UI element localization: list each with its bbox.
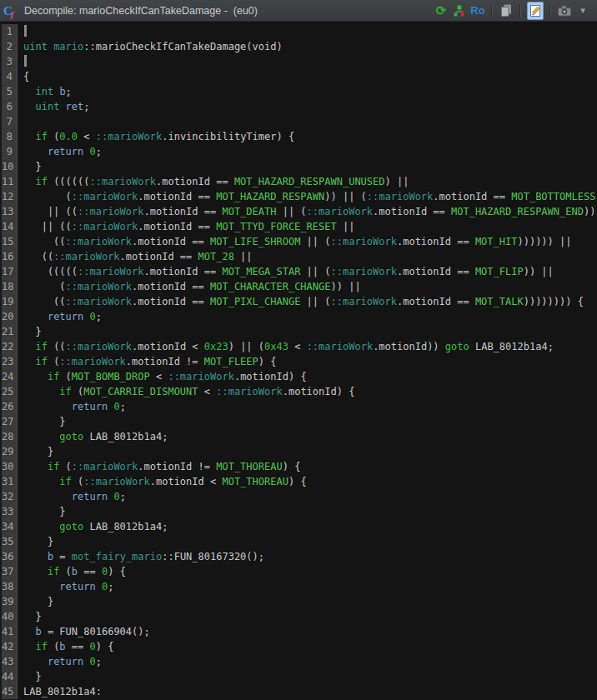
- code-line[interactable]: 33 }: [2, 504, 597, 519]
- code-line[interactable]: 19 ((::marioWork.motionId == MOT_PIXL_CH…: [2, 294, 597, 309]
- line-number: 36: [2, 549, 19, 564]
- code-line[interactable]: 21 }: [2, 324, 597, 339]
- toolbar-separator: [519, 4, 521, 18]
- code-line[interactable]: 1: [2, 24, 597, 39]
- line-number: 39: [2, 594, 19, 609]
- line-number: 17: [2, 264, 19, 279]
- snapshot-icon[interactable]: [557, 2, 572, 19]
- code-line[interactable]: 42 if (b == 0) {: [2, 639, 597, 654]
- code-text: if ((::marioWork.motionId < 0x23) || (0x…: [19, 339, 554, 354]
- code-line[interactable]: 12 (::marioWork.motionId == MOT_HAZARD_R…: [2, 189, 597, 204]
- code-line[interactable]: 35 }: [2, 534, 597, 549]
- line-number: 1: [2, 24, 19, 39]
- line-number: 15: [2, 234, 19, 249]
- line-number: 19: [2, 294, 19, 309]
- code-line[interactable]: 24 if (MOT_BOMB_DROP < ::marioWork.motio…: [2, 369, 597, 384]
- code-line[interactable]: 44 }: [2, 669, 597, 684]
- code-text: || ((::marioWork.motionId == MOT_TTYD_FO…: [19, 219, 354, 234]
- decompiler-icon: Cf: [3, 3, 20, 18]
- line-number: 25: [2, 384, 19, 399]
- code-line[interactable]: 40 }: [2, 609, 597, 624]
- code-text: || ((::marioWork.motionId == MOT_DEATH |…: [19, 204, 597, 219]
- line-number: 41: [2, 624, 19, 639]
- code-text: (::marioWork.motionId == MOT_HAZARD_RESP…: [19, 189, 597, 204]
- code-line[interactable]: 13 || ((::marioWork.motionId == MOT_DEAT…: [2, 204, 597, 219]
- decompiler-code[interactable]: 12uint mario::marioCheckIfCanTakeDamage(…: [0, 22, 597, 699]
- line-number: 40: [2, 609, 19, 624]
- line-number: 18: [2, 279, 19, 294]
- code-line[interactable]: 34 goto LAB_8012b1a4;: [2, 519, 597, 534]
- code-line[interactable]: 15 ((::marioWork.motionId == MOT_LIFE_SH…: [2, 234, 597, 249]
- toolbar-separator: [549, 4, 551, 18]
- code-line[interactable]: 10 }: [2, 159, 597, 174]
- line-number: 29: [2, 444, 19, 459]
- graph-icon-glyph: [454, 5, 465, 17]
- code-line[interactable]: 20 return 0;: [2, 309, 597, 324]
- code-line[interactable]: 26 return 0;: [2, 399, 597, 414]
- line-number: 45: [2, 684, 19, 699]
- code-text: }: [19, 594, 53, 609]
- code-text: ((::marioWork.motionId == MOT_28 ||: [19, 249, 253, 264]
- code-text: if (::marioWork.motionId != MOT_FLEEP) {: [19, 354, 276, 369]
- code-line[interactable]: 23 if (::marioWork.motionId != MOT_FLEEP…: [2, 354, 597, 369]
- line-number: 6: [2, 99, 19, 114]
- code-text: return 0;: [19, 309, 102, 324]
- code-line[interactable]: 37 if (b == 0) {: [2, 564, 597, 579]
- code-line[interactable]: 36 b = mot_fairy_mario::FUN_80167320();: [2, 549, 597, 564]
- rename-option-button[interactable]: Ro: [470, 2, 485, 19]
- code-line[interactable]: 38 return 0;: [2, 579, 597, 594]
- line-number: 43: [2, 654, 19, 669]
- line-number: 31: [2, 474, 19, 489]
- code-line[interactable]: 39 }: [2, 594, 597, 609]
- code-line[interactable]: 3: [2, 54, 597, 69]
- line-number: 5: [2, 84, 19, 99]
- decompile-panel: Cf Decompile: marioCheckIfCanTakeDamage …: [0, 0, 597, 700]
- code-text: return 0;: [19, 579, 113, 594]
- line-number: 21: [2, 324, 19, 339]
- edit-signature-icon[interactable]: [527, 2, 544, 20]
- code-text: if (::marioWork.motionId < MOT_THOREAU) …: [19, 474, 307, 489]
- copy-icon[interactable]: [499, 2, 514, 19]
- pencil-icon-glyph: [529, 5, 541, 17]
- code-line[interactable]: 45LAB_8012b1a4:: [2, 684, 597, 699]
- toolbar-separator: [491, 4, 493, 18]
- code-line[interactable]: 8 if (0.0 < ::marioWork.invincibilityTim…: [2, 129, 597, 144]
- line-number: 14: [2, 219, 19, 234]
- refresh-icon[interactable]: ⟳: [434, 2, 449, 19]
- code-line[interactable]: 29 }: [2, 444, 597, 459]
- code-text: }: [19, 669, 42, 684]
- code-line[interactable]: 43 return 0;: [2, 654, 597, 669]
- graph-icon[interactable]: [452, 2, 467, 19]
- line-number: 37: [2, 564, 19, 579]
- line-number: 33: [2, 504, 19, 519]
- code-line[interactable]: 28 goto LAB_8012b1a4;: [2, 429, 597, 444]
- code-line[interactable]: 9 return 0;: [2, 144, 597, 159]
- code-line[interactable]: 22 if ((::marioWork.motionId < 0x23) || …: [2, 339, 597, 354]
- code-line[interactable]: 16 ((::marioWork.motionId == MOT_28 ||: [2, 249, 597, 264]
- line-number: 35: [2, 534, 19, 549]
- code-line[interactable]: 25 if (MOT_CARRIE_DISMOUNT < ::marioWork…: [2, 384, 597, 399]
- code-line[interactable]: 11 if ((((((::marioWork.motionId == MOT_…: [2, 174, 597, 189]
- code-text: }: [19, 159, 42, 174]
- code-text: return 0;: [19, 489, 126, 504]
- code-text: }: [19, 534, 53, 549]
- code-text: ((::marioWork.motionId == MOT_PIXL_CHANG…: [19, 294, 584, 309]
- code-line[interactable]: 5 int b;: [2, 84, 597, 99]
- decompile-panel-titlebar[interactable]: Cf Decompile: marioCheckIfCanTakeDamage …: [0, 0, 597, 22]
- code-line[interactable]: 17 (((((::marioWork.motionId == MOT_MEGA…: [2, 264, 597, 279]
- code-text: goto LAB_8012b1a4;: [19, 429, 168, 444]
- code-line[interactable]: 41 b = FUN_80166904();: [2, 624, 597, 639]
- code-line[interactable]: 2uint mario::marioCheckIfCanTakeDamage(v…: [2, 39, 597, 54]
- code-line[interactable]: 27 }: [2, 414, 597, 429]
- code-line[interactable]: 18 (::marioWork.motionId == MOT_CHARACTE…: [2, 279, 597, 294]
- code-line[interactable]: 32 return 0;: [2, 489, 597, 504]
- code-line[interactable]: 4{: [2, 69, 597, 84]
- code-text: [19, 114, 23, 129]
- code-line[interactable]: 30 if (::marioWork.motionId != MOT_THORE…: [2, 459, 597, 474]
- code-line[interactable]: 6 uint ret;: [2, 99, 597, 114]
- line-number: 22: [2, 339, 19, 354]
- code-line[interactable]: 7: [2, 114, 597, 129]
- code-line[interactable]: 14 || ((::marioWork.motionId == MOT_TTYD…: [2, 219, 597, 234]
- code-line[interactable]: 31 if (::marioWork.motionId < MOT_THOREA…: [2, 474, 597, 489]
- chevron-down-icon[interactable]: ▾: [575, 2, 590, 19]
